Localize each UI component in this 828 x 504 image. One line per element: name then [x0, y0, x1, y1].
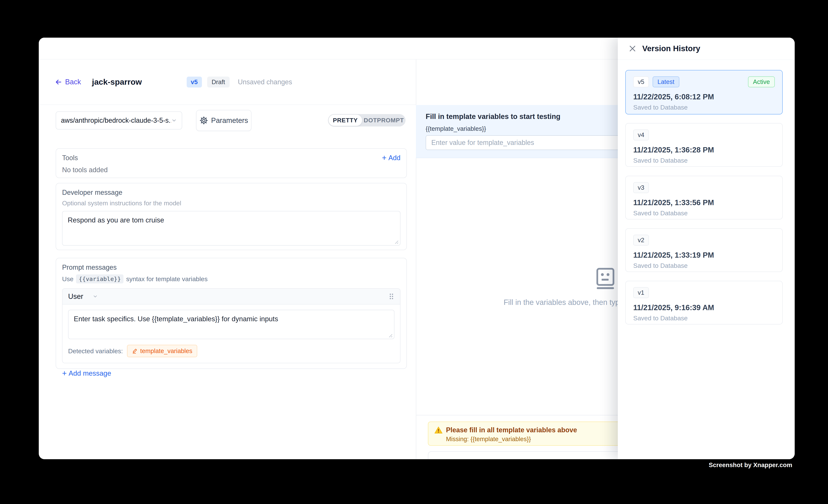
- add-tool-label: Add: [388, 154, 401, 162]
- role-select-value: User: [68, 292, 83, 301]
- developer-message-subtitle: Optional system instructions for the mod…: [62, 200, 401, 207]
- hint-suffix: syntax for template variables: [126, 275, 208, 283]
- parameters-label: Parameters: [211, 117, 248, 125]
- close-icon: [628, 44, 636, 53]
- toggle-option-pretty[interactable]: PRETTY: [329, 115, 362, 126]
- format-toggle: PRETTY DOTPROMPT: [328, 114, 406, 126]
- developer-message-textarea[interactable]: Respond as you are tom cruise: [62, 211, 401, 246]
- warning-triangle-icon: [434, 426, 443, 434]
- version-timestamp: 11/21/2025, 1:33:19 PM: [633, 251, 775, 259]
- version-card[interactable]: v2 11/21/2025, 1:33:19 PM Saved to Datab…: [625, 228, 783, 272]
- version-id-badge: v5: [633, 76, 649, 87]
- version-history-panel: Version History v5 Latest Active 11/22/2…: [618, 38, 795, 459]
- add-message-button[interactable]: + Add message: [62, 369, 111, 378]
- detected-variables-row: Detected variables: template_variables: [68, 345, 395, 357]
- close-button[interactable]: [628, 44, 636, 53]
- message-header: User: [63, 289, 400, 304]
- toggle-option-dotprompt[interactable]: DOTPROMPT: [362, 117, 406, 124]
- version-id-badge: v4: [633, 129, 649, 140]
- active-badge: Active: [748, 76, 775, 87]
- pencil-icon: [132, 348, 138, 354]
- role-select[interactable]: User: [68, 292, 98, 301]
- version-card[interactable]: v5 Latest Active 11/22/2025, 6:08:12 PM …: [625, 70, 783, 115]
- editor-header: Back jack-sparrow v5 Draft Unsaved chang…: [39, 59, 416, 105]
- detected-variable-name: template_variables: [140, 347, 192, 354]
- developer-message-card: Developer message Optional system instru…: [56, 183, 407, 250]
- prompt-messages-card: Prompt messages Use {{variable}} syntax …: [56, 258, 407, 369]
- latest-badge: Latest: [653, 76, 679, 87]
- unsaved-changes-text: Unsaved changes: [238, 78, 292, 86]
- version-timestamp: 11/21/2025, 1:36:28 PM: [633, 146, 775, 154]
- version-status: Saved to Database: [633, 262, 775, 269]
- add-tool-button[interactable]: + Add: [382, 154, 401, 162]
- version-status: Saved to Database: [633, 209, 775, 217]
- tools-card: Tools + Add No tools added: [56, 148, 407, 178]
- version-card[interactable]: v4 11/21/2025, 1:36:28 PM Saved to Datab…: [625, 123, 783, 167]
- prompt-message-textarea[interactable]: Enter task specifics. Use {{template_var…: [68, 310, 395, 339]
- tools-empty-text: No tools added: [62, 166, 401, 174]
- version-history-header: Version History: [618, 38, 795, 60]
- version-timestamp: 11/22/2025, 6:08:12 PM: [633, 93, 775, 101]
- back-button[interactable]: Back: [54, 78, 81, 86]
- page-title: jack-sparrow: [92, 77, 142, 87]
- variable-code-chip: {{variable}}: [76, 275, 123, 284]
- version-status: Saved to Database: [633, 314, 775, 322]
- warning-title: Please fill in all template variables ab…: [446, 426, 577, 434]
- desktop-background: Back jack-sparrow v5 Draft Unsaved chang…: [0, 0, 828, 504]
- version-status: Saved to Database: [633, 157, 775, 164]
- prompt-message-block: User: [62, 288, 401, 363]
- variable-syntax-hint: Use {{variable}} syntax for template var…: [62, 275, 401, 284]
- hint-prefix: Use: [62, 275, 73, 283]
- chevron-down-icon: [171, 118, 177, 123]
- version-badge: v5: [187, 77, 202, 87]
- version-history-title: Version History: [642, 44, 700, 53]
- version-id-badge: v3: [633, 182, 649, 193]
- arrow-left-icon: [54, 78, 63, 86]
- detected-variables-label: Detected variables:: [68, 347, 123, 355]
- version-timestamp: 11/21/2025, 1:33:56 PM: [633, 198, 775, 207]
- version-status: Saved to Database: [633, 104, 775, 111]
- version-id-badge: v2: [633, 235, 649, 246]
- drag-handle-icon[interactable]: [388, 292, 395, 301]
- gear-icon: [200, 116, 208, 125]
- version-card[interactable]: v1 11/21/2025, 9:16:39 AM Saved to Datab…: [625, 281, 783, 325]
- version-timestamp: 11/21/2025, 9:16:39 AM: [633, 303, 775, 312]
- plus-icon: +: [382, 154, 386, 162]
- tools-title: Tools: [62, 154, 78, 162]
- version-id-badge: v1: [633, 287, 649, 298]
- add-message-label: Add message: [69, 370, 111, 377]
- version-card[interactable]: v3 11/21/2025, 1:33:56 PM Saved to Datab…: [625, 176, 783, 219]
- app-window: Back jack-sparrow v5 Draft Unsaved chang…: [39, 38, 795, 459]
- screenshot-watermark: Screenshot by Xnapper.com: [709, 461, 792, 469]
- prompt-messages-title: Prompt messages: [62, 263, 401, 271]
- draft-status-badge: Draft: [207, 77, 230, 87]
- developer-message-title: Developer message: [62, 188, 401, 197]
- chevron-down-icon: [93, 294, 98, 299]
- model-select[interactable]: aws/anthropic/bedrock-claude-3-5-s...: [56, 112, 182, 129]
- detected-variable-chip[interactable]: template_variables: [127, 345, 197, 357]
- plus-icon: +: [62, 369, 67, 378]
- parameters-button[interactable]: Parameters: [196, 110, 251, 131]
- back-label: Back: [65, 78, 81, 86]
- bot-face-icon: [596, 267, 615, 290]
- model-select-value: aws/anthropic/bedrock-claude-3-5-s...: [61, 117, 171, 124]
